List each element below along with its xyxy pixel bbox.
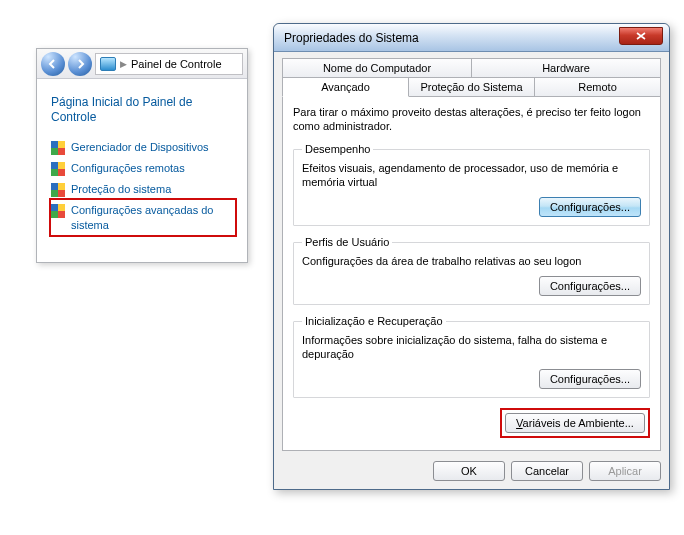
group-legend: Desempenho [302, 143, 373, 155]
group-description: Efeitos visuais, agendamento de processa… [302, 161, 641, 189]
breadcrumb: Painel de Controle [131, 58, 222, 70]
dialog-titlebar: Propriedades do Sistema [274, 24, 669, 52]
performance-settings-button[interactable]: Configurações... [539, 197, 641, 217]
system-icon [100, 57, 116, 71]
cp-item-advanced-settings[interactable]: Configurações avançadas do sistema [51, 200, 235, 235]
cp-home-link[interactable]: Página Inicial do Painel de Controle [51, 89, 241, 137]
cp-item-label: Proteção do sistema [71, 182, 171, 197]
group-legend: Perfis de Usuário [302, 236, 392, 248]
tab-hardware[interactable]: Hardware [472, 58, 661, 78]
cp-item-remote-settings[interactable]: Configurações remotas [51, 158, 241, 179]
cp-item-label: Gerenciador de Dispositivos [71, 140, 209, 155]
cp-item-label: Configurações remotas [71, 161, 185, 176]
tab-system-protection[interactable]: Proteção do Sistema [409, 78, 535, 97]
dialog-footer: OK Cancelar Aplicar [282, 451, 661, 481]
apply-button[interactable]: Aplicar [589, 461, 661, 481]
group-user-profiles: Perfis de Usuário Configurações da área … [293, 236, 650, 305]
control-panel-sidebar: Página Inicial do Painel de Controle Ger… [37, 79, 247, 245]
tab-strip: Nome do Computador Hardware Avançado Pro… [282, 58, 661, 97]
cp-item-device-manager[interactable]: Gerenciador de Dispositivos [51, 137, 241, 158]
group-legend: Inicialização e Recuperação [302, 315, 446, 327]
cp-item-system-protection[interactable]: Proteção do sistema [51, 179, 241, 200]
tab-computer-name[interactable]: Nome do Computador [282, 58, 472, 78]
tab-content-advanced: Para tirar o máximo proveito destas alte… [282, 97, 661, 451]
ok-button[interactable]: OK [433, 461, 505, 481]
address-bar[interactable]: ▶ Painel de Controle [95, 53, 243, 75]
group-description: Informações sobre inicialização do siste… [302, 333, 641, 361]
startup-settings-button[interactable]: Configurações... [539, 369, 641, 389]
admin-note: Para tirar o máximo proveito destas alte… [293, 105, 650, 133]
tab-advanced[interactable]: Avançado [282, 78, 409, 97]
group-startup-recovery: Inicialização e Recuperação Informações … [293, 315, 650, 398]
system-properties-dialog: Propriedades do Sistema Nome do Computad… [273, 23, 670, 490]
control-panel-window: ▶ Painel de Controle Página Inicial do P… [36, 48, 248, 263]
cp-item-label: Configurações avançadas do sistema [71, 203, 235, 233]
shield-icon [51, 141, 65, 155]
tab-remote[interactable]: Remoto [535, 78, 661, 97]
group-performance: Desempenho Efeitos visuais, agendamento … [293, 143, 650, 226]
chevron-right-icon: ▶ [120, 59, 127, 69]
nav-forward-button[interactable] [68, 52, 92, 76]
environment-variables-button[interactable]: Variáveis de Ambiente... [505, 413, 645, 433]
nav-back-button[interactable] [41, 52, 65, 76]
dialog-title: Propriedades do Sistema [284, 31, 419, 45]
dialog-body: Nome do Computador Hardware Avançado Pro… [274, 52, 669, 489]
close-icon [636, 32, 646, 40]
close-button[interactable] [619, 27, 663, 45]
shield-icon [51, 183, 65, 197]
profiles-settings-button[interactable]: Configurações... [539, 276, 641, 296]
env-vars-row: Variáveis de Ambiente... [293, 408, 650, 436]
arrow-left-icon [48, 59, 58, 69]
env-button-rest: ariáveis de Ambiente... [523, 417, 634, 429]
control-panel-titlebar: ▶ Painel de Controle [37, 49, 247, 79]
shield-icon [51, 204, 65, 218]
arrow-right-icon [75, 59, 85, 69]
cancel-button[interactable]: Cancelar [511, 461, 583, 481]
group-description: Configurações da área de trabalho relati… [302, 254, 641, 268]
shield-icon [51, 162, 65, 176]
env-vars-highlight: Variáveis de Ambiente... [502, 410, 648, 436]
